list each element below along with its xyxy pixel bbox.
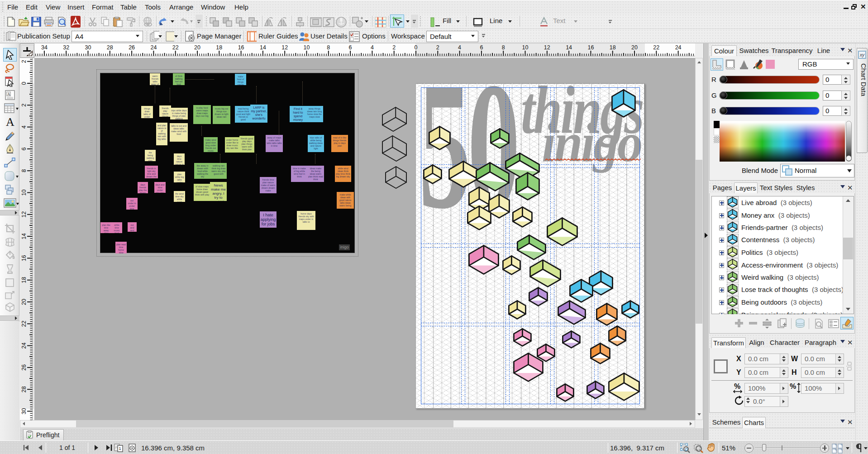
svg-text:0: 0 [415,44,418,51]
svg-text:20: 20 [631,44,638,51]
svg-text:10: 10 [304,44,310,51]
svg-text:2: 2 [392,44,396,51]
svg-text:26: 26 [129,44,135,51]
svg-text:24: 24 [150,44,157,51]
svg-text:32: 32 [63,44,69,51]
svg-text:8: 8 [21,169,27,172]
svg-text:34: 34 [41,44,48,51]
svg-text:16: 16 [587,44,594,51]
svg-text:12: 12 [281,44,288,51]
svg-text:14: 14 [566,44,572,51]
svg-text:28: 28 [21,386,27,392]
svg-text:0: 0 [21,81,27,85]
svg-text:2: 2 [21,104,27,107]
svg-text:18: 18 [216,44,222,51]
svg-text:22: 22 [653,44,659,51]
svg-text:1: 1 [119,446,121,451]
svg-text:18: 18 [21,277,27,283]
svg-text:14: 14 [260,44,266,51]
svg-text:24: 24 [675,44,682,51]
svg-text:18: 18 [610,44,616,51]
svg-text:26: 26 [21,364,27,371]
svg-text:12: 12 [21,211,27,218]
svg-text:12: 12 [544,44,550,51]
svg-text:2: 2 [21,60,27,63]
svg-text:24: 24 [21,343,27,349]
svg-text:22: 22 [172,44,179,51]
svg-text:8: 8 [327,44,330,51]
svg-text:4: 4 [21,125,27,129]
svg-text:6: 6 [21,147,27,150]
svg-text:A: A [115,445,118,449]
svg-text:20: 20 [194,44,200,51]
svg-text:16: 16 [238,44,244,51]
svg-text:A: A [7,92,10,96]
svg-text:22: 22 [21,320,27,327]
svg-text:14: 14 [21,233,27,239]
svg-text:30: 30 [21,408,27,415]
svg-text:4: 4 [371,44,374,51]
svg-text:16: 16 [21,255,27,261]
svg-text:6: 6 [349,44,352,51]
svg-text:28: 28 [107,44,113,51]
svg-text:30: 30 [85,44,91,51]
svg-text:10: 10 [21,190,27,196]
svg-text:20: 20 [21,299,27,305]
